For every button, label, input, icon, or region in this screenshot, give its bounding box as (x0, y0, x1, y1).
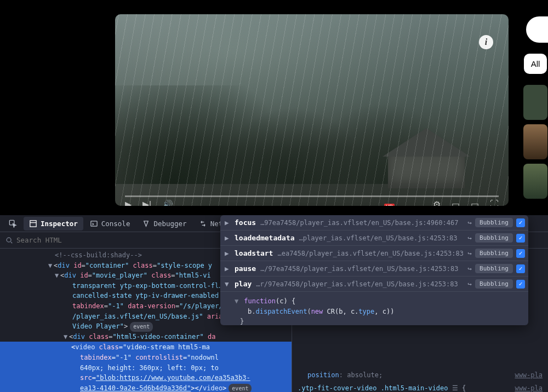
svg-rect-1 (30, 220, 36, 226)
bubbling-badge: Bubbling (475, 279, 513, 289)
thumbnail-3[interactable] (523, 164, 547, 199)
jump-icon[interactable]: ↪ (467, 218, 472, 227)
event-row[interactable]: ▶loadstart…ea7458/player_ias.vflset/en_U… (220, 246, 528, 261)
settings-icon[interactable]: ⚙ (433, 199, 441, 206)
player-controls: ▶ ▶| 🔊 HD ⚙ ▭ ▭ ⛶ (125, 197, 499, 206)
fullscreen-icon[interactable]: ⛶ (490, 199, 499, 206)
event-listeners-popup: ▶focus…97ea7458/player_ias.vflset/en_US/… (220, 215, 528, 325)
event-badge[interactable]: event (130, 322, 153, 332)
event-enabled-checkbox[interactable]: ✓ (516, 264, 525, 273)
event-enabled-checkbox[interactable]: ✓ (516, 234, 525, 243)
play-icon[interactable]: ▶ (125, 199, 132, 206)
partial-button[interactable] (526, 16, 548, 43)
event-location[interactable]: …ea7458/player_ias.vflset/en_US/base.js:… (277, 250, 464, 257)
event-row[interactable]: ▼play…r/97ea7458/player_ias.vflset/en_US… (220, 276, 528, 292)
jump-icon[interactable]: ↪ (467, 249, 472, 257)
event-handler-code[interactable]: ▼ function(c) { b.dispatchEvent(new CR(b… (220, 292, 528, 325)
event-location[interactable]: …/97ea7458/player_ias.vflset/en_US/base.… (260, 265, 458, 273)
rain-overlay (115, 14, 509, 206)
twisty-icon[interactable]: ▶ (225, 264, 230, 273)
event-name: play (235, 280, 252, 288)
tab-console[interactable]: Console (84, 217, 136, 230)
tab-debugger-label: Debugger (153, 220, 186, 228)
right-sidebar: All (523, 16, 548, 214)
event-row[interactable]: ▶loadedmetadata…player_ias.vflset/en_US/… (220, 230, 528, 246)
video-player[interactable]: i ▶ ▶| 🔊 HD ⚙ ▭ ▭ ⛶ (115, 14, 509, 206)
tab-inspector-label: Inspector (41, 220, 78, 228)
hd-badge: HD (384, 204, 395, 206)
tab-debugger[interactable]: Debugger (136, 217, 192, 230)
volume-icon[interactable]: 🔊 (162, 199, 173, 206)
tab-inspector[interactable]: Inspector (24, 217, 83, 230)
event-name: focus (235, 218, 256, 227)
info-button[interactable]: i (479, 35, 493, 49)
video-background: i ▶ ▶| 🔊 HD ⚙ ▭ ▭ ⛶ (0, 0, 548, 215)
miniplayer-icon[interactable]: ▭ (452, 199, 460, 206)
event-location[interactable]: …player_ias.vflset/en_US/base.js:4253:83 (299, 234, 458, 242)
event-badge[interactable]: event (229, 384, 252, 392)
event-enabled-checkbox[interactable]: ✓ (516, 218, 525, 227)
next-icon[interactable]: ▶| (142, 199, 151, 206)
jump-icon[interactable]: ↪ (467, 234, 472, 242)
jump-icon[interactable]: ↪ (467, 280, 472, 288)
bubbling-badge: Bubbling (475, 233, 513, 243)
bubbling-badge: Bubbling (475, 264, 513, 273)
event-name: loadedmetadata (235, 234, 295, 242)
event-row[interactable]: ▶focus…97ea7458/player_ias.vflset/en_US/… (220, 215, 528, 230)
selected-node[interactable]: <video class="video-stream html5-ma tabi… (0, 342, 292, 392)
filter-all-button[interactable]: All (524, 54, 547, 74)
jump-icon[interactable]: ↪ (467, 264, 472, 273)
source-link[interactable]: www-pla (515, 384, 543, 392)
twisty-icon[interactable]: ▶ (225, 234, 230, 242)
pick-element-button[interactable] (3, 217, 22, 230)
svg-point-3 (7, 238, 11, 242)
twisty-icon[interactable]: ▶ (225, 249, 230, 257)
event-enabled-checkbox[interactable]: ✓ (516, 280, 525, 289)
source-link[interactable]: www-pla (515, 371, 543, 379)
svg-rect-2 (91, 221, 97, 226)
search-icon (5, 237, 13, 244)
event-row[interactable]: ▶pause…/97ea7458/player_ias.vflset/en_US… (220, 261, 528, 276)
bubbling-badge: Bubbling (475, 218, 513, 227)
comment-node: <!--css-build:shady--> (55, 251, 142, 259)
event-location[interactable]: …r/97ea7458/player_ias.vflset/en_US/base… (256, 280, 458, 288)
css-selector: .ytp-fit-cover-video .html5-main-video (298, 384, 448, 392)
twisty-icon[interactable]: ▼ (225, 280, 230, 288)
bubbling-badge: Bubbling (475, 249, 513, 258)
event-enabled-checkbox[interactable]: ✓ (516, 249, 525, 258)
twisty-icon[interactable]: ▶ (225, 218, 230, 227)
thumbnail-2[interactable] (523, 124, 547, 159)
event-name: loadstart (235, 249, 273, 257)
event-name: pause (235, 264, 256, 273)
event-location[interactable]: …97ea7458/player_ias.vflset/en_US/base.j… (260, 219, 458, 227)
thumbnail-1[interactable] (523, 85, 547, 120)
tab-console-label: Console (101, 220, 130, 228)
theater-icon[interactable]: ▭ (471, 199, 479, 206)
